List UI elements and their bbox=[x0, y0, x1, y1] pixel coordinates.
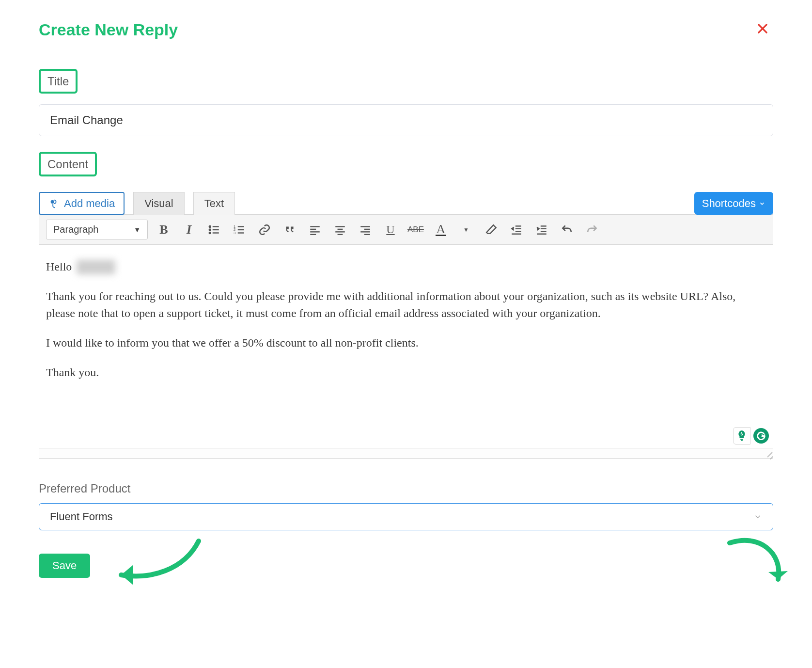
media-icon bbox=[48, 198, 59, 209]
preferred-product-selected: Fluent Forms bbox=[50, 510, 113, 523]
link-button[interactable] bbox=[255, 221, 274, 239]
close-icon bbox=[756, 22, 769, 35]
annotation-arrow-save bbox=[102, 536, 208, 589]
svg-point-7 bbox=[209, 232, 211, 234]
resize-handle[interactable] bbox=[765, 450, 771, 457]
svg-point-2 bbox=[51, 200, 54, 203]
add-media-label: Add media bbox=[64, 198, 115, 209]
shortcodes-button[interactable]: Shortcodes bbox=[694, 192, 773, 215]
undo-button[interactable] bbox=[558, 221, 576, 239]
editor-paragraph-2: Thank you for reaching out to us. Could … bbox=[46, 288, 766, 322]
svg-point-3 bbox=[209, 226, 211, 227]
editor-content-area[interactable]: Hello Thank you for reaching out to us. … bbox=[39, 245, 773, 448]
eraser-icon bbox=[485, 223, 498, 236]
blockquote-button[interactable] bbox=[281, 221, 299, 239]
align-center-button[interactable] bbox=[331, 221, 349, 239]
editor-paragraph-4: Thank you. bbox=[46, 364, 766, 381]
numbered-list-button[interactable]: 1 2 3 bbox=[230, 221, 249, 239]
indent-button[interactable] bbox=[532, 221, 551, 239]
chevron-down-icon bbox=[759, 200, 765, 207]
grammarly-icon bbox=[756, 430, 766, 441]
text-color-dropdown[interactable]: ▼ bbox=[457, 221, 475, 239]
lightbulb-icon bbox=[736, 429, 747, 442]
bold-button[interactable]: B bbox=[155, 221, 173, 239]
outdent-button[interactable] bbox=[507, 221, 526, 239]
underline-button[interactable]: U bbox=[381, 221, 400, 239]
annotation-arrow-select bbox=[715, 533, 793, 596]
preferred-product-select[interactable]: Fluent Forms bbox=[39, 503, 773, 530]
bullet-list-icon bbox=[208, 223, 220, 236]
title-field-label: Title bbox=[39, 69, 78, 94]
shortcodes-label: Shortcodes bbox=[702, 197, 756, 210]
hint-bulb-button[interactable] bbox=[733, 427, 750, 445]
align-left-icon bbox=[309, 223, 321, 236]
indent-icon bbox=[535, 223, 548, 236]
align-right-icon bbox=[359, 223, 372, 236]
editor-toolbar: Paragraph ▼ B I 1 2 3 bbox=[39, 215, 773, 245]
text-color-button[interactable]: A bbox=[432, 221, 450, 239]
text-color-icon: A bbox=[436, 223, 447, 236]
tab-text[interactable]: Text bbox=[193, 192, 235, 215]
svg-marker-38 bbox=[121, 565, 133, 585]
strikethrough-button[interactable]: ABE bbox=[406, 221, 425, 239]
editor-container: Paragraph ▼ B I 1 2 3 bbox=[39, 214, 773, 459]
align-center-icon bbox=[334, 223, 346, 236]
save-button[interactable]: Save bbox=[39, 554, 90, 578]
svg-marker-37 bbox=[768, 571, 788, 579]
grammarly-button[interactable] bbox=[753, 428, 769, 444]
editor-paragraph-3: I would like to inform you that we offer… bbox=[46, 334, 766, 351]
numbered-list-icon: 1 2 3 bbox=[233, 223, 246, 236]
content-field-label: Content bbox=[39, 152, 97, 176]
dialog-title: Create New Reply bbox=[39, 20, 178, 39]
link-icon bbox=[258, 223, 271, 236]
preferred-product-label: Preferred Product bbox=[39, 482, 773, 495]
chevron-down-icon bbox=[753, 512, 762, 521]
editor-paragraph-1: Hello bbox=[46, 258, 72, 275]
italic-button[interactable]: I bbox=[180, 221, 198, 239]
editor-status-bar bbox=[39, 448, 773, 458]
close-button[interactable] bbox=[752, 19, 773, 40]
title-input[interactable] bbox=[39, 104, 773, 136]
align-left-button[interactable] bbox=[306, 221, 324, 239]
undo-icon bbox=[561, 223, 573, 236]
format-selector[interactable]: Paragraph ▼ bbox=[46, 220, 148, 239]
redo-button[interactable] bbox=[583, 221, 601, 239]
save-label: Save bbox=[52, 559, 77, 572]
align-right-button[interactable] bbox=[356, 221, 375, 239]
chevron-down-icon: ▼ bbox=[134, 226, 141, 234]
redacted-name bbox=[77, 260, 115, 274]
format-selector-label: Paragraph bbox=[53, 224, 98, 235]
add-media-button[interactable]: Add media bbox=[39, 192, 125, 215]
svg-point-5 bbox=[209, 229, 211, 230]
clear-format-button[interactable] bbox=[482, 221, 500, 239]
bullet-list-button[interactable] bbox=[205, 221, 223, 239]
redo-icon bbox=[586, 223, 598, 236]
outdent-icon bbox=[510, 223, 523, 236]
svg-text:3: 3 bbox=[234, 231, 235, 235]
quote-icon bbox=[283, 223, 296, 236]
tab-visual[interactable]: Visual bbox=[133, 192, 185, 215]
